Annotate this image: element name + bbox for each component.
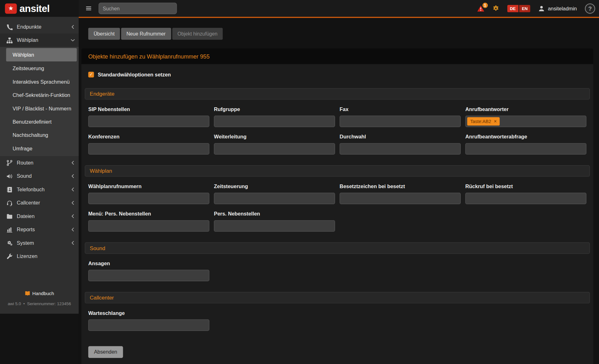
sidebar-footer: Handbuch awi 5.0 • Seriennummer: 123456 bbox=[0, 291, 79, 314]
wrench-icon bbox=[6, 253, 13, 259]
check-icon: ✓ bbox=[89, 72, 93, 76]
panel-header: Objekte hinzufügen zu Wählplanrufnummer … bbox=[81, 48, 593, 64]
waehlplanrufnummern-input[interactable] bbox=[88, 193, 209, 204]
weiterleitung-input[interactable] bbox=[214, 143, 335, 154]
lang-en-button[interactable]: EN bbox=[519, 5, 530, 12]
field-label: Menü: Pers. Nebenstellen bbox=[88, 211, 209, 217]
field-rufgruppe: Rufgruppe bbox=[214, 106, 335, 127]
field-label: Anrufbeantworterabfrage bbox=[465, 134, 586, 140]
sidebar-item-lizenzen[interactable]: Lizenzen bbox=[0, 249, 79, 263]
chevron-down-icon bbox=[71, 38, 74, 42]
tab-neue-rufnummer[interactable]: Neue Rufnummer bbox=[121, 28, 171, 40]
zeitsteuerung-input[interactable] bbox=[214, 193, 335, 204]
tab-objekt-hinzufuegen[interactable]: Objekt hinzufügen bbox=[172, 28, 223, 40]
standard-options-checkbox[interactable]: ✓ bbox=[88, 72, 94, 77]
submenu-item-label: Nachtschaltung bbox=[13, 132, 48, 138]
help-button[interactable]: ? bbox=[585, 3, 595, 14]
route-branch-icon bbox=[6, 160, 13, 166]
submenu-item-nachtschaltung[interactable]: Nachtschaltung bbox=[0, 129, 79, 142]
menue-pers-nebenstellen-input[interactable] bbox=[88, 220, 209, 232]
besetztzeichen-input[interactable] bbox=[339, 193, 461, 204]
sidebar-item-label: Routen bbox=[17, 160, 67, 165]
chevron-left-icon bbox=[71, 214, 74, 218]
submenu-item-umfrage[interactable]: Umfrage bbox=[0, 142, 79, 155]
main-content: Übersicht Neue Rufnummer Objekt hinzufüg… bbox=[79, 17, 599, 364]
sidebar-item-label: Endpunkte bbox=[17, 24, 67, 30]
sidebar-item-telefonbuch[interactable]: Telefonbuch bbox=[0, 183, 79, 196]
callcenter-grid: Warteschlange bbox=[85, 310, 590, 331]
handbuch-label: Handbuch bbox=[32, 291, 54, 296]
ansagen-input[interactable] bbox=[88, 270, 209, 281]
star-icon: ★ bbox=[8, 5, 14, 11]
tag-remove-icon[interactable]: × bbox=[494, 118, 497, 124]
absenden-button[interactable]: Absenden bbox=[88, 346, 123, 358]
settings-gear-icon[interactable] bbox=[492, 5, 499, 12]
sidebar-item-label: Telefonbuch bbox=[17, 187, 67, 192]
submenu-item-label: Wählplan bbox=[13, 52, 34, 58]
submenu-item-waehlplan[interactable]: Wählplan bbox=[6, 48, 77, 61]
lang-de-button[interactable]: DE bbox=[507, 5, 518, 12]
chevron-left-icon bbox=[71, 25, 74, 29]
submenu-item-zeitsteuerung[interactable]: Zeitsteuerung bbox=[0, 62, 79, 75]
section-sound: Sound bbox=[85, 242, 590, 254]
topbar-right: 1 DE EN ansiteladmin ? bbox=[477, 3, 595, 14]
field-weiterleitung: Weiterleitung bbox=[214, 134, 335, 155]
sidebar-item-sound[interactable]: Sound bbox=[0, 170, 79, 183]
sidebar-item-waehlplan[interactable]: Wählplan bbox=[0, 34, 79, 47]
sidebar-item-label: Dateien bbox=[17, 213, 67, 219]
tab-bar: Übersicht Neue Rufnummer Objekt hinzufüg… bbox=[88, 28, 593, 40]
warteschlange-input[interactable] bbox=[88, 319, 209, 331]
konferenzen-input[interactable] bbox=[88, 143, 209, 154]
field-zeitsteuerung: Zeitsteuerung bbox=[214, 183, 335, 204]
serial-number: Seriennummer: 123456 bbox=[27, 301, 71, 306]
waehlplan-submenu: Wählplan Zeitsteuerung Interaktives Spra… bbox=[0, 47, 79, 156]
chevron-left-icon bbox=[71, 227, 74, 232]
submenu-item-label: Chef-Sekretärin-Funktion bbox=[13, 92, 70, 98]
sidebar-item-callcenter[interactable]: Callcenter bbox=[0, 196, 79, 209]
phone-icon bbox=[6, 24, 13, 30]
version-label: awi 5.0 bbox=[8, 301, 21, 306]
logo[interactable]: ★ ansitel bbox=[0, 0, 79, 17]
objects-panel: Objekte hinzufügen zu Wählplanrufnummer … bbox=[81, 48, 593, 364]
handbuch-link[interactable]: Handbuch bbox=[25, 291, 54, 296]
tab-uebersicht[interactable]: Übersicht bbox=[88, 28, 120, 40]
submenu-item-benutzerdefiniert[interactable]: Benutzerdefiniert bbox=[0, 115, 79, 128]
sidebar: Endpunkte Wählplan Wählplan Zeitsteuerun… bbox=[0, 17, 79, 314]
search-input[interactable] bbox=[99, 3, 177, 14]
chevron-left-icon bbox=[71, 188, 74, 192]
rueckruf-input[interactable] bbox=[465, 193, 586, 204]
durchwahl-input[interactable] bbox=[339, 143, 461, 154]
field-anrufbeantworterabfrage: Anrufbeantworterabfrage bbox=[465, 134, 586, 155]
rufgruppe-input[interactable] bbox=[214, 116, 335, 127]
submenu-item-label: Benutzerdefiniert bbox=[13, 119, 52, 125]
layout: Endpunkte Wählplan Wählplan Zeitsteuerun… bbox=[0, 17, 599, 364]
sidebar-item-dateien[interactable]: Dateien bbox=[0, 210, 79, 223]
pers-nebenstellen-input[interactable] bbox=[214, 220, 335, 232]
chevron-left-icon bbox=[71, 161, 74, 165]
alerts-button[interactable]: 1 bbox=[477, 5, 484, 12]
sidebar-item-system[interactable]: System bbox=[0, 236, 79, 249]
tag-taste-ab2: Taste:AB2 × bbox=[467, 117, 500, 126]
user-icon bbox=[538, 5, 545, 12]
section-waehlplan: Wählplan bbox=[85, 165, 590, 176]
user-menu[interactable]: ansiteladmin bbox=[538, 5, 577, 12]
field-fax: Fax bbox=[339, 106, 461, 127]
sidebar-item-endpunkte[interactable]: Endpunkte bbox=[0, 20, 79, 33]
sitemap-icon bbox=[6, 37, 13, 43]
sidebar-item-routen[interactable]: Routen bbox=[0, 156, 79, 169]
field-label: Zeitsteuerung bbox=[214, 183, 335, 189]
submenu-item-vip-blacklist[interactable]: VIP / Blacklist - Nummern bbox=[0, 102, 79, 115]
fax-input[interactable] bbox=[339, 116, 461, 127]
submenu-item-label: VIP / Blacklist - Nummern bbox=[13, 106, 71, 111]
sidebar-item-reports[interactable]: Reports bbox=[0, 223, 79, 236]
submenu-item-label: Interaktives Sprachmenü bbox=[13, 79, 70, 85]
section-title: Wählplan bbox=[90, 168, 112, 174]
sip-nebenstellen-input[interactable] bbox=[88, 116, 209, 127]
version-info: awi 5.0 • Seriennummer: 123456 bbox=[0, 301, 79, 306]
anrufbeantworterabfrage-input[interactable] bbox=[465, 143, 586, 154]
submenu-item-ivr[interactable]: Interaktives Sprachmenü bbox=[0, 75, 79, 88]
submenu-item-chef-sekretaerin[interactable]: Chef-Sekretärin-Funktion bbox=[0, 88, 79, 102]
language-switcher: DE EN bbox=[507, 5, 530, 12]
anrufbeantworter-input[interactable]: Taste:AB2 × bbox=[465, 116, 586, 127]
menu-toggle-icon[interactable] bbox=[86, 5, 92, 11]
